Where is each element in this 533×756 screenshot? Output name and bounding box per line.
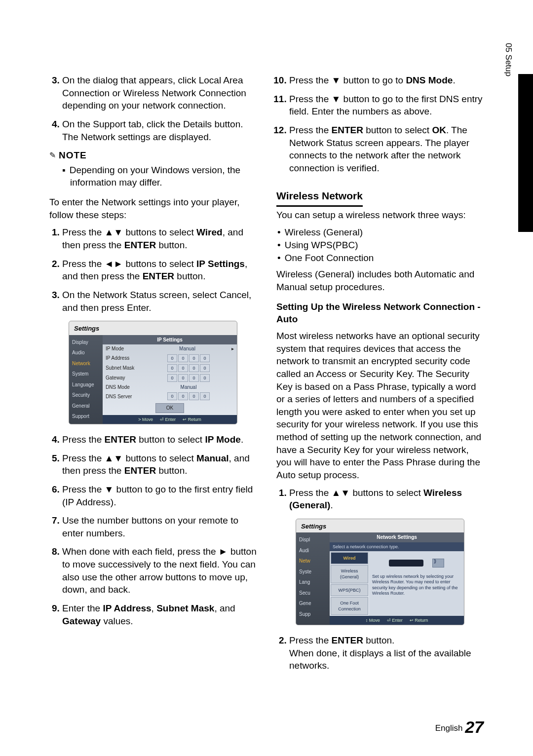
ui-sidebar: Display Audio Network System Language Se… [69, 335, 103, 424]
list-item: Press the ▲▼ buttons to select Wireless … [289, 487, 484, 512]
list-item: Press the ▼ button to go to the first DN… [289, 93, 484, 118]
right-list-a: Press the ▼ button to go to DNS Mode. Pr… [276, 74, 484, 174]
wireless-bullets: Wireless (General) Using WPS(PBC) One Fo… [276, 226, 484, 264]
right-column: Press the ▼ button to go to DNS Mode. Pr… [276, 74, 484, 678]
ui-title: Settings [69, 321, 237, 335]
footer-lang: English [435, 723, 463, 733]
list-item: When done with each field, press the ► b… [62, 545, 257, 596]
note-icon: ✎ [49, 150, 56, 161]
para: Wireless (General) includes both Automat… [276, 268, 484, 293]
auto-heading: Setting Up the Wireless Network Connecti… [276, 301, 484, 326]
settings-screenshot-1: Settings Display Audio Network System La… [69, 321, 237, 424]
list-item: Press the ▲▼ buttons to select Manual, a… [62, 452, 257, 477]
wireless-heading: Wireless Network [276, 189, 363, 206]
list-item: Press the ENTER button. When done, it di… [289, 634, 484, 672]
list-item: Press the ENTER button to select OK. The… [289, 124, 484, 175]
left-list-a: On the dialog that appears, click Local … [49, 74, 257, 143]
list-item: On the Network Status screen, select Can… [62, 289, 257, 314]
note-row: ✎ NOTE [49, 149, 257, 162]
router-icon [389, 560, 423, 567]
list-item: On the Support tab, click the Details bu… [62, 118, 257, 143]
list-item: Use the number buttons on your remote to… [62, 514, 257, 539]
text: On the Support tab, click the Details bu… [62, 119, 243, 142]
connection-desc: Set up wireless network by selecting you… [369, 551, 464, 616]
right-list-b: Press the ▲▼ buttons to select Wireless … [276, 487, 484, 512]
page-footer: English 27 [49, 718, 484, 737]
settings-screenshot-2: Settings Displ Audi Netw Syste Lang Secu… [296, 519, 464, 625]
router-illustration [372, 553, 461, 573]
list-item: Enter the IP Address, Subnet Mask, and G… [62, 602, 257, 627]
list-item: Press the ENTER button to select IP Mode… [62, 433, 257, 446]
ui-main: Network Settings Select a network connec… [330, 532, 464, 625]
left-column: On the dialog that appears, click Local … [49, 74, 257, 678]
ui-main: IP Settings IP ModeManual▸ IP Address000… [103, 335, 237, 424]
intro-para: To enter the Network settings into your … [49, 196, 257, 221]
right-list-c: Press the ENTER button. When done, it di… [276, 634, 484, 672]
ui-footer: > Move ⏎ Enter ↩ Return [103, 415, 237, 424]
list-item: Press the ▼ button to go to the first en… [62, 483, 257, 508]
page-number: 27 [465, 718, 484, 736]
text: On the dialog that appears, click Local … [62, 75, 246, 111]
note-bullet: Depending on your Windows version, the i… [49, 164, 257, 189]
list-item: Depending on your Windows version, the i… [70, 164, 257, 189]
list-item: Press the ▲▼ buttons to select Wired, an… [62, 226, 257, 251]
ui-sidebar: Displ Audi Netw Syste Lang Secu Gene Sup… [296, 532, 330, 625]
list-item: On the dialog that appears, click Local … [62, 74, 257, 112]
side-tab-bar [518, 74, 533, 232]
para: You can setup a wireless network three w… [276, 209, 484, 222]
list-item: Press the ◄► buttons to select IP Settin… [62, 258, 257, 283]
ui-title: Settings [296, 519, 464, 533]
left-list-b: Press the ▲▼ buttons to select Wired, an… [49, 226, 257, 314]
left-list-c: Press the ENTER button to select IP Mode… [49, 433, 257, 627]
para: Most wireless networks have an optional … [276, 330, 484, 482]
ui-footer: ↕ Move ⏎ Enter ↩ Return [330, 616, 464, 625]
list-item: Press the ▼ button to go to DNS Mode. [289, 74, 484, 87]
note-label: NOTE [59, 149, 87, 162]
ok-button: OK [155, 403, 184, 413]
side-tab-label: 05 Setup [503, 43, 513, 76]
connection-options: Wired Wireless (General) WPS(PBC) One Fo… [330, 551, 369, 616]
